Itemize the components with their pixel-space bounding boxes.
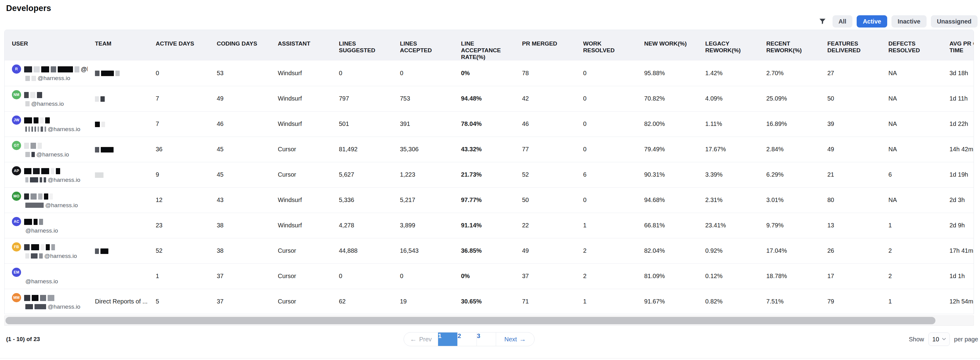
page-number-3[interactable]: 3: [477, 333, 496, 346]
redacted-text-block: [35, 126, 36, 132]
metric-cell: 27: [820, 61, 881, 86]
metric-cell: 0.82%: [698, 289, 759, 314]
metric-cell: 7: [148, 111, 210, 137]
metric-cell: 4,278: [332, 213, 393, 238]
redacted-text-block: [25, 152, 30, 157]
metric-cell: 14h 42m: [942, 137, 974, 162]
metric-cell: 1d 1h: [942, 264, 974, 289]
team-cell: [88, 264, 148, 289]
redacted-text-block: [30, 177, 38, 182]
table-row[interactable]: GT@harness.io3645Cursor81,49235,30643.32…: [5, 137, 974, 162]
metric-cell: 23: [148, 213, 210, 238]
metric-cell: 13: [820, 213, 881, 238]
redacted-text-block: [46, 244, 50, 250]
redacted-text-block: [24, 219, 32, 225]
metric-cell: 0: [576, 111, 637, 137]
user-email: @harness.io: [25, 278, 80, 285]
metric-cell: 37: [210, 289, 270, 314]
show-label: Show: [909, 336, 924, 343]
table-row[interactable]: EM@harness.io137Cursor000%37281.09%0.12%…: [5, 264, 974, 289]
redacted-text-block: [25, 304, 33, 309]
horizontal-scrollbar-track[interactable]: [4, 315, 974, 326]
metric-cell: 79.49%: [637, 137, 698, 162]
redacted-text-block: [35, 304, 46, 309]
metric-cell: 37: [515, 264, 576, 289]
metric-cell: 36.85%: [454, 238, 515, 264]
column-header-coding: CODING DAYS: [210, 30, 270, 61]
table-row[interactable]: NM@harness.io749Windsurf79775394.48%4207…: [5, 86, 974, 111]
page-number-1[interactable]: 1: [438, 333, 457, 346]
filter-icon[interactable]: [818, 18, 826, 26]
metric-cell: 25.09%: [759, 86, 820, 111]
redacted-text-block: [24, 117, 32, 123]
metric-cell: 3.01%: [759, 187, 820, 213]
page-size-control: Show 10 per page: [909, 332, 978, 346]
prev-page-button[interactable]: ← Prev: [404, 333, 438, 346]
table-row[interactable]: MM@harness.ioDirect Reports of ...537Cur…: [5, 289, 974, 314]
redacted-text-block: [101, 147, 114, 152]
team-cell: [88, 86, 148, 111]
metric-cell: 797: [332, 86, 393, 111]
redacted-text-block: [41, 168, 49, 174]
metric-cell: 5,627: [332, 162, 393, 187]
metric-cell: 26: [820, 238, 881, 264]
metric-cell: 17.67%: [698, 137, 759, 162]
metric-cell: 0.12%: [698, 264, 759, 289]
metric-cell: 82.04%: [637, 238, 698, 264]
user-email: @harness.io: [25, 202, 80, 209]
metric-cell: 0: [332, 61, 393, 86]
metric-cell: Windsurf: [270, 61, 332, 86]
developers-page: Developers AllActiveInactiveUnassigned U…: [0, 0, 980, 360]
metric-cell: 501: [332, 111, 393, 137]
user-cell: AC@harness.io: [5, 213, 88, 238]
redacted-text-block: [24, 66, 32, 72]
user-cell: AP@harness.io: [5, 162, 88, 187]
page-size-select[interactable]: 10: [928, 333, 950, 346]
table-row[interactable]: AC@harness.io2338Windsurf4,2783,89991.14…: [5, 213, 974, 238]
metric-cell: 30.65%: [454, 289, 515, 314]
horizontal-scrollbar-thumb[interactable]: [5, 317, 935, 324]
filter-chip-all[interactable]: All: [832, 15, 853, 27]
avatar: GT: [12, 141, 21, 150]
filter-chip-inactive[interactable]: Inactive: [891, 15, 926, 27]
metric-cell: Cursor: [270, 137, 332, 162]
metric-cell: 391: [393, 111, 454, 137]
page-number-2[interactable]: 2: [457, 333, 477, 346]
filter-chip-unassigned[interactable]: Unassigned: [931, 15, 978, 27]
metric-cell: 0%: [454, 264, 515, 289]
metric-cell: 52: [148, 238, 210, 264]
metric-cell: 42: [515, 86, 576, 111]
user-cell: NM@harness.io: [5, 86, 88, 111]
next-page-button[interactable]: Next →: [496, 333, 534, 346]
redacted-text-block: [32, 126, 33, 132]
table-row[interactable]: R@harnes...@harness.io053Windsurf000%780…: [5, 61, 974, 86]
table-row[interactable]: MO@harness.io1243Windsurf5,3365,21797.77…: [5, 187, 974, 213]
metric-cell: 6: [881, 162, 942, 187]
metric-cell: 17h 41m: [942, 238, 974, 264]
metric-cell: 0: [576, 61, 637, 86]
metric-cell: 94.68%: [637, 187, 698, 213]
metric-cell: 0: [148, 61, 210, 86]
redacted-text-block: [51, 168, 54, 174]
user-cell: FB@harness.io: [5, 238, 88, 264]
metric-cell: 35,306: [393, 137, 454, 162]
user-cell: R@harnes...@harness.io: [5, 61, 88, 86]
column-header-defects: DEFECTS RESOLVED: [881, 30, 942, 61]
avatar: NM: [12, 90, 21, 99]
metric-cell: 9: [148, 162, 210, 187]
metric-cell: 1d 22h: [942, 111, 974, 137]
metric-cell: 39: [820, 111, 881, 137]
metric-cell: 0: [576, 187, 637, 213]
redacted-text-block: [41, 126, 43, 132]
metric-cell: 62: [332, 289, 393, 314]
metric-cell: 12: [148, 187, 210, 213]
metric-cell: 66.81%: [637, 213, 698, 238]
table-row[interactable]: FB@harness.io5238Cursor44,88816,54336.85…: [5, 238, 974, 264]
metric-cell: 50: [515, 187, 576, 213]
table-row[interactable]: JW@harness.io746Windsurf50139178.04%4608…: [5, 111, 974, 137]
filter-chip-active[interactable]: Active: [857, 15, 887, 27]
user-cell: GT@harness.io: [5, 137, 88, 162]
metric-cell: 7.51%: [759, 289, 820, 314]
table-row[interactable]: AP@harness.io945Cursor5,6271,22321.73%52…: [5, 162, 974, 187]
redacted-text-block: [32, 295, 38, 301]
